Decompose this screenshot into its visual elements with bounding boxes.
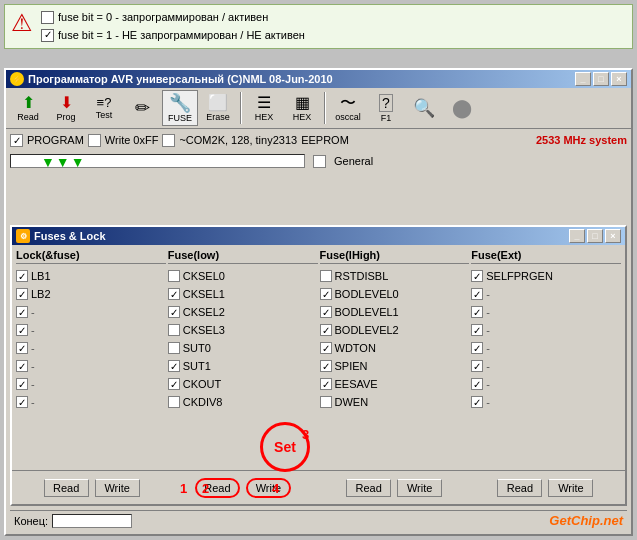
- fuseext-d1: -: [471, 285, 621, 303]
- ckout-checkbox[interactable]: [168, 378, 180, 390]
- fuses-minimize-button[interactable]: _: [569, 229, 585, 243]
- fuseext-d4-checkbox[interactable]: [471, 342, 483, 354]
- lock-d1-checkbox[interactable]: [16, 306, 28, 318]
- fuse-icon: 🔧: [169, 94, 191, 112]
- bodlevel2-checkbox[interactable]: [320, 324, 332, 336]
- maximize-button[interactable]: □: [593, 72, 609, 86]
- com-label: ~COM2K, 128, tiny2313: [179, 134, 297, 146]
- osccal-button[interactable]: 〜 osccal: [330, 90, 366, 126]
- selfprgen-checkbox[interactable]: [471, 270, 483, 282]
- wdton-checkbox[interactable]: [320, 342, 332, 354]
- read-button[interactable]: ⬆ Read: [10, 90, 46, 126]
- bodlevel2-label: BODLEVEL2: [335, 324, 399, 336]
- fuses-maximize-button[interactable]: □: [587, 229, 603, 243]
- cksel1-checkbox[interactable]: [168, 288, 180, 300]
- fusehigh-rstdisbl: RSTDISBL: [320, 267, 470, 285]
- lock-d5: -: [16, 375, 166, 393]
- lb2-checkbox[interactable]: [16, 288, 28, 300]
- lock-read-button[interactable]: Read: [44, 479, 89, 497]
- com-checkbox[interactable]: [162, 134, 175, 147]
- program-checkbox[interactable]: [10, 134, 23, 147]
- spien-label: SPIEN: [335, 360, 368, 372]
- cksel0-checkbox[interactable]: [168, 270, 180, 282]
- fuseext-header: Fuse(Ext): [471, 249, 621, 264]
- fuselow-write-button[interactable]: Write: [246, 478, 291, 498]
- fuseext-write-button[interactable]: Write: [548, 479, 593, 497]
- fuseext-d7: -: [471, 393, 621, 411]
- eesave-label: EESAVE: [335, 378, 378, 390]
- lock-d3-checkbox[interactable]: [16, 342, 28, 354]
- fuseext-d1-checkbox[interactable]: [471, 288, 483, 300]
- lock-d5-checkbox[interactable]: [16, 378, 28, 390]
- hex1-button[interactable]: ☰ HEX: [246, 90, 282, 126]
- ckout-label: CKOUT: [183, 378, 222, 390]
- sut0-checkbox[interactable]: [168, 342, 180, 354]
- pencil-button[interactable]: ✏: [124, 90, 160, 126]
- main-window: ⚡ Программатор AVR универсальный (C)NML …: [4, 68, 633, 536]
- lock-d6-checkbox[interactable]: [16, 396, 28, 408]
- bodlevel0-label: BODLEVEL0: [335, 288, 399, 300]
- fuselow-cksel0: CKSEL0: [168, 267, 318, 285]
- fuseext-d6: -: [471, 375, 621, 393]
- spien-checkbox[interactable]: [320, 360, 332, 372]
- fuses-close-button[interactable]: ×: [605, 229, 621, 243]
- erase-button[interactable]: ⬜ Erase: [200, 90, 236, 126]
- fusehigh-wdton: WDTON: [320, 339, 470, 357]
- write0xff-checkbox[interactable]: [88, 134, 101, 147]
- getchip-label: GetChip.net: [549, 513, 623, 528]
- f1-button[interactable]: ? F1: [368, 90, 404, 126]
- progress-bar: ▼ ▼ ▼: [10, 154, 305, 168]
- test-button[interactable]: ≡? Test: [86, 90, 122, 126]
- hex2-button[interactable]: ▦ HEX: [284, 90, 320, 126]
- dwen-checkbox[interactable]: [320, 396, 332, 408]
- fuseext-d5-checkbox[interactable]: [471, 360, 483, 372]
- lock-d2-checkbox[interactable]: [16, 324, 28, 336]
- lock-d4: -: [16, 357, 166, 375]
- prog-icon: ⬇: [60, 95, 73, 111]
- fuselow-read-button[interactable]: Read: [195, 478, 240, 498]
- eesave-checkbox[interactable]: [320, 378, 332, 390]
- cksel2-checkbox[interactable]: [168, 306, 180, 318]
- fuseext-d6-checkbox[interactable]: [471, 378, 483, 390]
- fusehigh-read-button[interactable]: Read: [346, 479, 391, 497]
- cksel3-checkbox[interactable]: [168, 324, 180, 336]
- arrow-down-1: ▼: [41, 156, 55, 168]
- close-button[interactable]: ×: [611, 72, 627, 86]
- bodlevel1-checkbox[interactable]: [320, 306, 332, 318]
- rstdisbl-checkbox[interactable]: [320, 270, 332, 282]
- rstdisbl-label: RSTDISBL: [335, 270, 389, 282]
- general-label: General: [334, 155, 373, 167]
- fusehigh-footer-section: Read Write: [319, 479, 470, 497]
- cksel0-label: CKSEL0: [183, 270, 225, 282]
- fuseext-column: Fuse(Ext) SELFPRGEN - - -: [471, 249, 621, 466]
- ckdiv8-checkbox[interactable]: [168, 396, 180, 408]
- hex1-label: HEX: [255, 112, 274, 122]
- prog-button[interactable]: ⬇ Prog: [48, 90, 84, 126]
- fuseext-d2-checkbox[interactable]: [471, 306, 483, 318]
- fuselow-cksel1: CKSEL1: [168, 285, 318, 303]
- titlebar-controls[interactable]: _ □ ×: [575, 72, 627, 86]
- progress-arrows: ▼ ▼ ▼: [41, 156, 85, 168]
- fusehigh-write-button[interactable]: Write: [397, 479, 442, 497]
- read-icon: ⬆: [22, 95, 35, 111]
- fuseext-read-button[interactable]: Read: [497, 479, 542, 497]
- fuseext-d7-checkbox[interactable]: [471, 396, 483, 408]
- search-button[interactable]: 🔍: [406, 90, 442, 126]
- arrow-down-3: ▼: [71, 156, 85, 168]
- fuse-button[interactable]: 🔧 FUSE: [162, 90, 198, 126]
- test-label: Test: [96, 110, 113, 120]
- minimize-button[interactable]: _: [575, 72, 591, 86]
- lb1-checkbox[interactable]: [16, 270, 28, 282]
- konets-field[interactable]: [52, 514, 132, 528]
- sut1-checkbox[interactable]: [168, 360, 180, 372]
- fuses-controls[interactable]: _ □ ×: [569, 229, 621, 243]
- fuseext-d3-checkbox[interactable]: [471, 324, 483, 336]
- circle-button[interactable]: ⬤: [444, 90, 480, 126]
- sut0-label: SUT0: [183, 342, 211, 354]
- general-checkbox[interactable]: [313, 155, 326, 168]
- lock-write-button[interactable]: Write: [95, 479, 140, 497]
- lock-d4-checkbox[interactable]: [16, 360, 28, 372]
- bodlevel1-label: BODLEVEL1: [335, 306, 399, 318]
- test-icon: ≡?: [97, 96, 112, 109]
- bodlevel0-checkbox[interactable]: [320, 288, 332, 300]
